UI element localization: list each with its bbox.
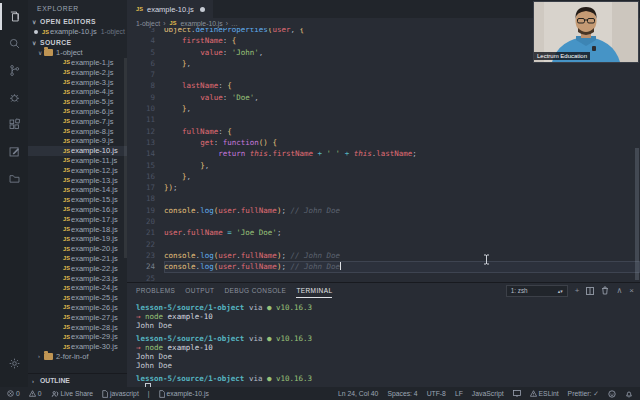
code-line-17[interactable]: 17}); [127,182,640,193]
code-line-9[interactable]: 9 value: 'Doe', [127,92,640,103]
manage-gear-icon[interactable] [0,350,28,377]
status-text[interactable]: UTF-8 [427,390,446,397]
file-item-example-27[interactable]: JSexample-27.js [28,312,127,322]
code-line-20[interactable]: 20 [127,216,640,227]
status-text[interactable]: Spaces: 4 [387,390,417,397]
code-line-19[interactable]: 19console.log(user.fullName); // John Do… [127,205,640,216]
code-line-13[interactable]: 13 get: function() { [127,137,640,148]
file-item-example-8[interactable]: JSexample-8.js [28,126,127,136]
file-item-example-17[interactable]: JSexample-17.js [28,214,127,224]
code-line-11[interactable]: 11 [127,114,640,125]
file-item-example-6[interactable]: JSexample-6.js [28,107,127,117]
file-item-example-23[interactable]: JSexample-23.js [28,273,127,283]
file-item-example-24[interactable]: JSexample-24.js [28,283,127,293]
code-line-15[interactable]: 15 }, [127,160,640,171]
file-item-example-7[interactable]: JSexample-7.js [28,116,127,126]
source-section-header[interactable]: ∨ SOURCE [28,37,127,48]
explorer-icon[interactable] [0,3,28,30]
status-bell[interactable] [625,390,633,398]
file-item-example-5[interactable]: JSexample-5.js [28,97,127,107]
code-line-8[interactable]: 8 lastName: { [127,80,640,91]
status-text[interactable]: JavaScript [472,390,504,397]
split-terminal-icon[interactable] [586,287,594,295]
folder-item-2-for-in-of[interactable]: › 2-for-in-of [28,352,127,362]
panel-tab-output[interactable]: OUTPUT [185,283,214,298]
status-warning[interactable]: ESLint [530,390,559,397]
status-warning[interactable]: 0 [29,390,42,397]
open-editors-header[interactable]: ∨ OPEN EDITORS [28,16,127,27]
breadcrumb-symbol[interactable]: … [231,20,238,27]
file-item-example-15[interactable]: JSexample-15.js [28,195,127,205]
file-item-example-4[interactable]: JSexample-4.js [28,87,127,97]
code-line-7[interactable]: 7 [127,69,640,80]
code-line-12[interactable]: 12 fullName: { [127,126,640,137]
debug-icon[interactable] [0,84,28,111]
code-line-24[interactable]: 24console.log(user.fullName); // John Do… [127,261,640,272]
folder-explorer-icon[interactable] [0,165,28,192]
status-error[interactable]: 0 [7,390,20,397]
panel-tab-terminal[interactable]: TERMINAL [296,283,332,298]
maximize-panel-icon[interactable]: ∧ [616,287,622,295]
file-item-example-21[interactable]: JSexample-21.js [28,254,127,264]
status-text[interactable]: Prettier: ✓ [568,390,599,398]
code-line-25[interactable]: 25 [127,273,640,282]
file-item-example-22[interactable]: JSexample-22.js [28,263,127,273]
panel-tab-problems[interactable]: PROBLEMS [136,283,175,298]
file-item-example-18[interactable]: JSexample-18.js [28,224,127,234]
file-item-example-25[interactable]: JSexample-25.js [28,293,127,303]
panel-tab-debug-console[interactable]: DEBUG CONSOLE [224,283,286,298]
kill-terminal-icon[interactable] [601,286,609,295]
file-item-example-19[interactable]: JSexample-19.js [28,234,127,244]
terminal-command-line: → node example-10 [136,343,640,352]
file-item-example-30[interactable]: JSexample-30.js [28,342,127,352]
code-area[interactable]: 3Object.defineProperties(user, {4 firstN… [127,24,640,282]
file-item-example-10[interactable]: JSexample-10.js [28,146,127,156]
status-file[interactable]: example-10.js [159,390,209,398]
edit-box-icon[interactable] [0,138,28,165]
code-line-22[interactable]: 22 [127,239,640,250]
js-file-icon: JS [62,246,71,252]
file-item-example-3[interactable]: JSexample-3.js [28,77,127,87]
file-item-example-26[interactable]: JSexample-26.js [28,303,127,313]
source-control-icon[interactable] [0,57,28,84]
line-number: 14 [127,148,164,159]
code-line-10[interactable]: 10 }, [127,103,640,114]
tab-example-10[interactable]: JS example-10.js [127,0,213,18]
file-item-example-1[interactable]: JSexample-1.js [28,58,127,68]
breadcrumb-file[interactable]: example-10.js [180,20,222,27]
code-line-14[interactable]: 14 return this.firstName + ' ' + this.la… [127,148,640,159]
breadcrumb-folder[interactable]: 1-object [136,20,160,27]
close-panel-icon[interactable]: × [629,287,634,295]
status-text[interactable]: LF [455,390,463,397]
extensions-icon[interactable] [0,111,28,138]
file-item-example-14[interactable]: JSexample-14.js [28,185,127,195]
status-text[interactable]: Ln 24, Col 40 [338,390,378,397]
terminal-output[interactable]: lesson-5/source/1-object via ● v10.16.3→… [127,298,640,393]
file-item-example-11[interactable]: JSexample-11.js [28,156,127,166]
status-file[interactable]: javascript [102,390,139,398]
file-item-example-12[interactable]: JSexample-12.js [28,165,127,175]
outline-section-header[interactable]: › OUTLINE [28,373,127,387]
file-item-example-29[interactable]: JSexample-29.js [28,332,127,342]
file-item-example-13[interactable]: JSexample-13.js [28,175,127,185]
file-item-example-28[interactable]: JSexample-28.js [28,322,127,332]
terminal-shell-select[interactable]: 1: zsh ▴▾ [506,285,568,297]
code-line-18[interactable]: 18 [127,193,640,204]
file-item-example-20[interactable]: JSexample-20.js [28,244,127,254]
file-item-example-9[interactable]: JSexample-9.js [28,136,127,146]
status-live-share[interactable]: Live Share [51,390,94,398]
code-line-23[interactable]: 23console.log(user.fullName); // John Do… [127,250,640,261]
live-share-icon [51,390,59,398]
file-item-example-16[interactable]: JSexample-16.js [28,205,127,215]
editor-scrollbar[interactable] [635,148,639,280]
code-line-21[interactable]: 21user.fullName = 'Joe Doe'; [127,227,640,238]
status-screencast[interactable] [513,390,521,397]
code-line-16[interactable]: 16 }, [127,171,640,182]
new-terminal-icon[interactable]: + [575,287,580,295]
folder-item-1-object[interactable]: ∨ 1-object [28,48,127,58]
file-item-example-2[interactable]: JSexample-2.js [28,67,127,77]
status-feedback-smiley[interactable] [608,390,616,398]
search-icon[interactable] [0,30,28,57]
js-file-icon: JS [62,108,71,114]
open-editor-item[interactable]: JS example-10.js 1-object [28,27,127,37]
